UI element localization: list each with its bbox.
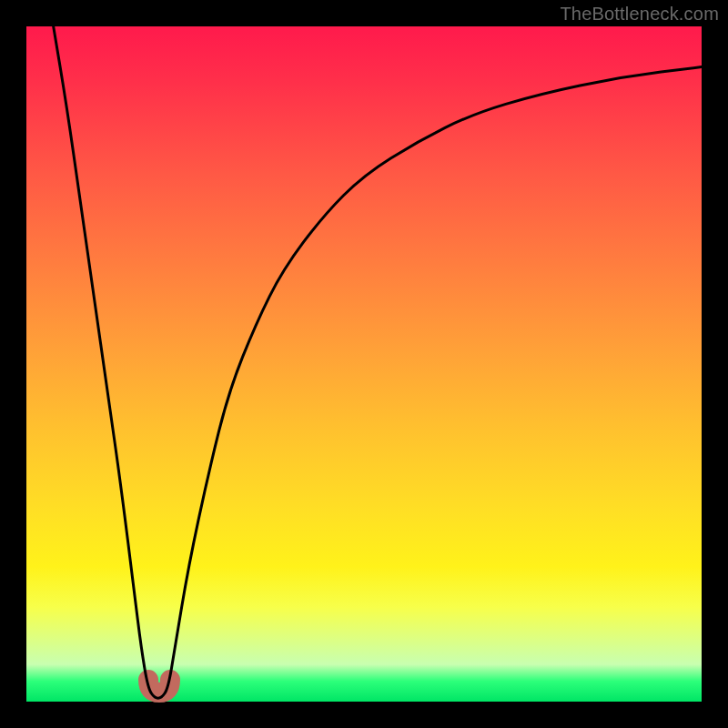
chart-area bbox=[26, 26, 702, 702]
bottleneck-curve bbox=[54, 26, 702, 698]
bottleneck-chart-svg bbox=[26, 26, 702, 702]
watermark-text: TheBottleneck.com bbox=[560, 4, 719, 25]
